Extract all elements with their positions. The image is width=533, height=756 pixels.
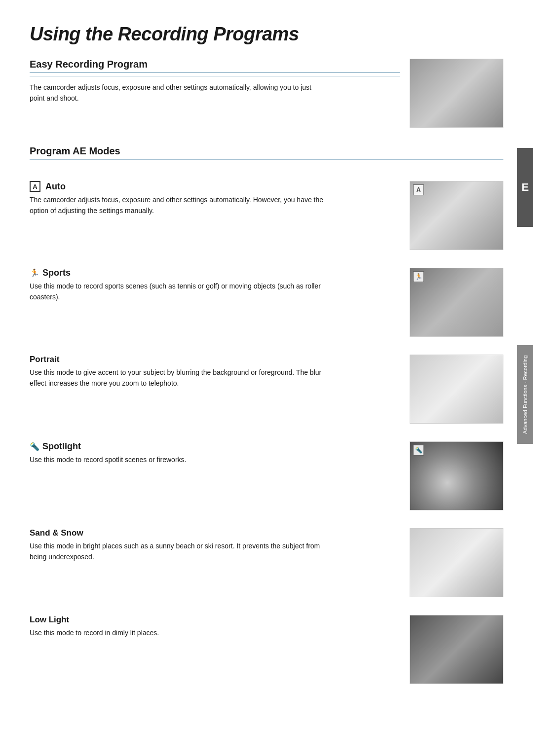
mode-portrait-row: Portrait Use this mode to give accent to… bbox=[30, 355, 503, 424]
page-title: Using the Recording Programs bbox=[30, 24, 503, 45]
mode-spotlight-header: 🔦 Spotlight bbox=[30, 441, 400, 452]
mode-sand-body: Use this mode in bright places such as a… bbox=[30, 541, 326, 562]
mode-portrait-content: Portrait Use this mode to give accent to… bbox=[30, 355, 410, 389]
easy-recording-section: Easy Recording Program The camcorder adj… bbox=[30, 59, 503, 128]
sidebar-label: Advanced Functions - Recording bbox=[517, 345, 533, 444]
easy-recording-image bbox=[410, 59, 503, 128]
mode-portrait-header: Portrait bbox=[30, 355, 400, 364]
page-container: E Advanced Functions - Recording Using t… bbox=[0, 0, 533, 725]
mode-lowlight-image bbox=[410, 615, 503, 684]
mode-lowlight-content: Low Light Use this mode to record in dim… bbox=[30, 615, 410, 639]
easy-recording-body: The camcorder adjusts focus, exposure an… bbox=[30, 82, 326, 104]
mode-sports-content: 🏃 Sports Use this mode to record sports … bbox=[30, 268, 410, 302]
mode-spotlight-image: 🔦 bbox=[410, 441, 503, 510]
spotlight-icon: 🔦 bbox=[30, 442, 39, 451]
mode-spotlight-body: Use this mode to record spotlit scenes o… bbox=[30, 455, 326, 466]
mode-auto-header: A Auto bbox=[30, 181, 400, 192]
sports-image-icon: 🏃 bbox=[413, 271, 424, 282]
spotlight-image-icon: 🔦 bbox=[413, 445, 424, 456]
mode-portrait-body: Use this mode to give accent to your sub… bbox=[30, 367, 326, 389]
mode-spotlight-row: 🔦 Spotlight Use this mode to record spot… bbox=[30, 441, 503, 510]
mode-lowlight-body: Use this mode to record in dimly lit pla… bbox=[30, 628, 326, 639]
mode-sports-body: Use this mode to record sports scenes (s… bbox=[30, 281, 326, 302]
mode-sports-row: 🏃 Sports Use this mode to record sports … bbox=[30, 268, 503, 337]
mode-sand-row: Sand & Snow Use this mode in bright plac… bbox=[30, 528, 503, 597]
mode-spotlight-content: 🔦 Spotlight Use this mode to record spot… bbox=[30, 441, 410, 466]
program-ae-divider bbox=[30, 163, 503, 163]
mode-auto-row: A Auto The camcorder adjusts focus, expo… bbox=[30, 181, 503, 250]
mode-sports-label: Sports bbox=[42, 268, 71, 278]
right-tab-e: E bbox=[517, 148, 533, 227]
program-ae-header: Program AE Modes bbox=[30, 145, 503, 160]
mode-sports-image: 🏃 bbox=[410, 268, 503, 337]
mode-portrait-image bbox=[410, 355, 503, 424]
easy-recording-content: Easy Recording Program The camcorder adj… bbox=[30, 59, 410, 104]
sidebar-label-text: Advanced Functions - Recording bbox=[522, 355, 528, 434]
mode-lowlight-row: Low Light Use this mode to record in dim… bbox=[30, 615, 503, 684]
program-ae-header-block: Program AE Modes bbox=[30, 145, 503, 163]
easy-recording-header: Easy Recording Program bbox=[30, 59, 400, 73]
mode-lowlight-header: Low Light bbox=[30, 615, 400, 625]
auto-icon: A bbox=[30, 181, 40, 192]
mode-sand-content: Sand & Snow Use this mode in bright plac… bbox=[30, 528, 410, 562]
sports-icon: 🏃 bbox=[30, 268, 39, 278]
easy-recording-divider bbox=[30, 76, 400, 76]
mode-auto-content: A Auto The camcorder adjusts focus, expo… bbox=[30, 181, 410, 216]
mode-sports-header: 🏃 Sports bbox=[30, 268, 400, 278]
mode-sand-header: Sand & Snow bbox=[30, 528, 400, 538]
mode-spotlight-label: Spotlight bbox=[42, 441, 81, 452]
mode-sand-image bbox=[410, 528, 503, 597]
mode-auto-image: A bbox=[410, 181, 503, 250]
tab-letter: E bbox=[522, 181, 529, 194]
mode-auto-body: The camcorder adjusts focus, exposure an… bbox=[30, 195, 326, 216]
mode-auto-label: Auto bbox=[45, 181, 66, 192]
auto-image-icon: A bbox=[413, 184, 424, 195]
